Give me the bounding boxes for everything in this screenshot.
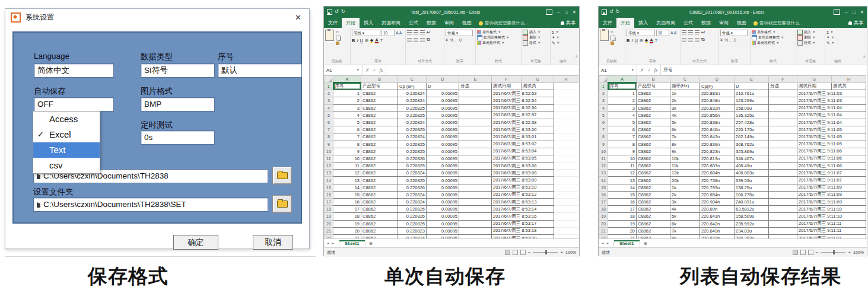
grid-cell[interactable]: 220.838n [700,119,735,126]
grid-cell[interactable]: 2017/6/7/周三 8:52:54 [492,97,554,104]
worksheet-grid[interactable]: ABCDEFGH1序号产品型号Cp (uF)D分选测试日期测试员21C88620… [324,75,579,238]
grid-cell[interactable]: C8862 [361,90,398,97]
grid-cell[interactable]: 2017/6/7/周三 8:53:06 [492,163,554,170]
grid-cell[interactable]: 0.220824 [398,97,427,104]
ribbon-tab-视图[interactable]: 视图 [733,18,751,28]
grid-cell[interactable] [459,141,492,148]
grid-cell[interactable] [769,112,797,119]
grid-cell[interactable]: 220.841n [700,213,735,220]
format-cells-button[interactable]: 格式 ▼ [523,40,549,46]
grid-cell[interactable]: 210.761u [735,90,769,97]
cell-styles-button[interactable]: 单元格样式 ▼ [752,40,794,46]
sort-filter-button[interactable]: ▼ ▼ [826,35,849,40]
grid-cell[interactable]: C8862 [637,155,670,162]
grid-cell[interactable] [554,177,578,184]
row-header[interactable]: 4 [599,104,608,112]
grid-cell[interactable] [554,90,578,97]
grid-cell[interactable] [769,163,797,170]
grid-cell[interactable]: 323.869u [735,148,769,155]
grid-cell[interactable]: 7 [333,133,361,141]
grid-cell[interactable] [459,227,492,234]
grid-cell[interactable]: 测试日期 [797,82,832,90]
row-header[interactable]: 12 [599,163,608,170]
grid-cell[interactable]: 220.813n [700,155,735,162]
grid-cell[interactable]: C8862 [637,104,670,112]
grid-cell[interactable] [459,163,492,170]
minimize-icon[interactable]: ─ [557,9,560,15]
grid-cell[interactable]: 6k [670,220,700,227]
cell-styles-button[interactable]: 单元格样式 ▼ [477,40,520,46]
grid-cell[interactable]: 234.03u [735,227,769,234]
row-header[interactable]: 7 [325,126,333,133]
grid-cell[interactable]: 2017/6/7/周三 8:52:53 [492,90,554,97]
ribbon-tab-公式[interactable]: 公式 [405,18,422,28]
row-header[interactable]: 6 [325,119,333,126]
grid-cell[interactable]: 346.407u [735,155,769,162]
col-header-C[interactable]: C [398,76,427,83]
grid-cell[interactable]: 0.00095 [427,141,459,148]
grid-cell[interactable] [554,133,578,141]
grid-cell[interactable] [554,97,578,104]
grid-cell[interactable]: C8862 [361,112,398,119]
grid-cell[interactable] [554,184,578,191]
grid-cell[interactable]: 235.592u [735,220,769,227]
ribbon-tab-文件[interactable]: 文件 [324,18,342,28]
grid-cell[interactable] [554,126,578,133]
grid-cell[interactable]: 123.299u [735,97,769,104]
grid-cell[interactable]: 0.220824 [398,133,427,141]
grid-cell[interactable]: 10k [670,155,700,162]
grid-cell[interactable]: C8862 [637,184,670,191]
sheet-nav-arrows[interactable]: ◄► [324,241,339,245]
underline-button[interactable]: U [360,38,363,43]
ribbon-tab-审阅[interactable]: 审阅 [440,18,458,28]
grid-cell[interactable]: 220.175u [735,126,769,133]
grid-cell[interactable]: 2017/6/7/周三 8:53:17 [492,220,554,227]
grid-cell[interactable] [459,104,492,112]
find-select-button[interactable]: ✎ ▼ [826,40,849,46]
grid-cell[interactable]: 15 [608,191,637,198]
format-as-table-button[interactable]: 套用表格格式 ▼ [477,35,520,40]
align-center-icon[interactable] [414,38,418,42]
ok-button[interactable]: 确定 [173,235,218,250]
font-color-icon[interactable]: A [375,38,378,43]
sheet-tab[interactable]: Sheet1 [613,240,640,247]
grid-cell[interactable]: 16 [608,199,637,206]
grid-cell[interactable]: 2017/6/7/周三 8:53:18 [492,227,554,234]
zoom-slider[interactable] [821,252,845,253]
grid-cell[interactable] [459,213,492,220]
grid-cell[interactable]: 220.849n [700,227,735,234]
grid-cell[interactable]: 1k [670,184,700,191]
save-icon[interactable] [602,9,607,15]
grid-cell[interactable] [554,191,578,198]
maximize-icon[interactable]: □ [853,9,856,15]
grid-cell[interactable]: C8862 [637,148,670,155]
ribbon-tab-视图[interactable]: 视图 [458,18,476,28]
grid-cell[interactable]: 9 [608,148,637,155]
grid-cell[interactable] [769,141,797,148]
row-header[interactable]: 3 [325,97,333,104]
grid-cell[interactable]: C8862 [637,133,670,141]
grid-cell[interactable]: C8862 [361,163,398,170]
insert-function-icon[interactable]: fx [379,68,383,73]
grid-cell[interactable]: 220.832n [700,104,735,112]
row-header[interactable]: 9 [325,141,333,148]
grid-cell[interactable]: 测试员 [522,82,554,90]
col-header-A[interactable]: A [608,76,637,83]
grid-cell[interactable] [769,90,797,97]
grid-cell[interactable]: 2 [333,97,361,104]
row-header[interactable]: 21 [599,227,608,234]
browse-settings-folder-button[interactable] [272,195,292,213]
zoom-level[interactable]: 100% [565,250,576,254]
cut-icon[interactable]: ✂ [336,30,341,34]
formula-input[interactable] [386,65,579,75]
sheet-tab[interactable]: Sheet1 [339,240,365,247]
grid-cell[interactable]: 4k [670,112,700,119]
grid-cell[interactable]: C8862 [637,97,670,104]
grid-cell[interactable]: C8862 [361,155,398,162]
grid-cell[interactable]: 9 [333,148,361,155]
grid-cell[interactable]: 2017/6/7/周三 9:11:05 [797,133,866,141]
row-header[interactable]: 16 [599,191,608,198]
grid-cell[interactable]: D [735,82,769,90]
col-header-B[interactable]: B [361,76,398,83]
undo-icon[interactable]: ↺ [609,9,613,14]
